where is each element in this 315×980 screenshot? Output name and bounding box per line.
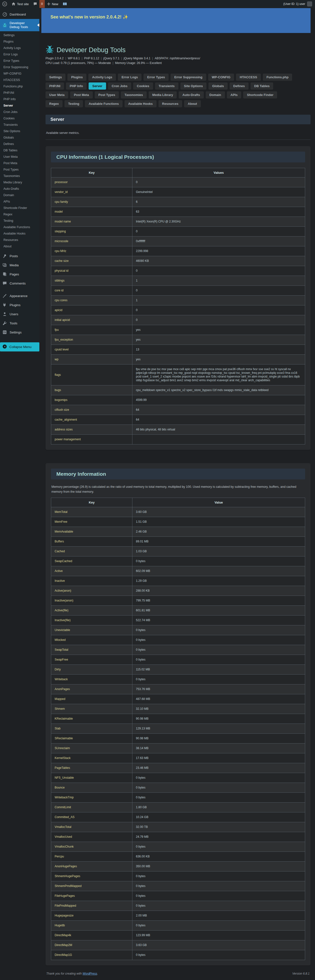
memory-value: 0 bytes	[132, 557, 305, 566]
sidebar-subitem-about[interactable]: About	[0, 243, 40, 250]
tab-domain[interactable]: Domain	[206, 91, 225, 99]
tab-regex[interactable]: Regex	[46, 100, 62, 107]
sidebar-subitem-cron-jobs[interactable]: Cron Jobs	[0, 109, 40, 115]
tab-auto-drafts[interactable]: Auto-Drafts	[179, 91, 204, 99]
tab-wp-config[interactable]: WP-CONFIG	[208, 73, 234, 81]
sidebar-subitem-apis[interactable]: APIs	[0, 198, 40, 205]
tab-php-ini[interactable]: PHP.INI	[46, 83, 64, 89]
sidebar-subitem-defines[interactable]: Defines	[0, 141, 40, 147]
sidebar-subitem-error-logs[interactable]: Error Logs	[0, 51, 40, 57]
sidebar-subitem-user-meta[interactable]: User Meta	[0, 154, 40, 160]
tab-functions-php[interactable]: Functions.php	[263, 73, 292, 81]
pages-icon	[2, 272, 7, 277]
sidebar-subitem-shortcode-finder[interactable]: Shortcode Finder	[0, 205, 40, 211]
sidebar-subitem-php-info[interactable]: PHP Info	[0, 96, 40, 102]
sidebar-subitem-error-types[interactable]: Error Types	[0, 57, 40, 64]
memory-row-dirty: Dirty115.02 MB	[51, 665, 305, 675]
sidebar-subitem-globals[interactable]: Globals	[0, 134, 40, 141]
sidebar-item-label: Pages	[10, 272, 19, 276]
tab-db-tables[interactable]: DB Tables	[251, 83, 274, 89]
sidebar-item-posts[interactable]: Posts	[0, 251, 40, 261]
sidebar-subitem-activity-logs[interactable]: Activity Logs	[0, 45, 40, 51]
tab-activity-logs[interactable]: Activity Logs	[88, 73, 116, 81]
cpu-key: fpu_exception	[51, 335, 132, 345]
site-name-menu[interactable]: Test site	[10, 0, 31, 8]
tab-available-functions[interactable]: Available Functions	[85, 100, 122, 107]
tab-error-logs[interactable]: Error Logs	[118, 73, 142, 81]
tab-site-options[interactable]: Site Options	[180, 83, 207, 89]
sidebar-subitem-functions-php[interactable]: Functions.php	[0, 83, 40, 89]
sidebar-subitem-cookies[interactable]: Cookies	[0, 115, 40, 122]
tab-error-suppressing[interactable]: Error Suppressing	[170, 73, 206, 81]
sidebar-item-settings-main[interactable]: Settings	[0, 328, 40, 337]
whats-new-banner[interactable]: See what's new in version 2.0.4.2! ✨	[41, 8, 310, 33]
sidebar-subitem-available-functions[interactable]: Available Functions	[0, 224, 40, 231]
sidebar-subitem-post-meta[interactable]: Post Meta	[0, 160, 40, 166]
tab-available-hooks[interactable]: Available Hooks	[124, 100, 156, 107]
new-content-menu[interactable]: New	[45, 0, 60, 8]
tab-about[interactable]: About	[184, 100, 201, 107]
tab-taxonomies[interactable]: Taxonomies	[121, 91, 147, 99]
user-account-label[interactable]: (User ID: 1) user	[283, 2, 305, 6]
sidebar-item-plugins-main[interactable]: Plugins	[0, 301, 40, 310]
tab-defines[interactable]: Defines	[230, 83, 248, 89]
sidebar-item-media[interactable]: Media	[0, 261, 40, 270]
comments-menu[interactable]	[31, 0, 40, 8]
memory-key: Writeback	[51, 675, 132, 684]
tab-apis[interactable]: APIs	[227, 91, 242, 99]
sidebar-subitem-domain[interactable]: Domain	[0, 192, 40, 198]
sidebar-subitem-server[interactable]: Server	[0, 102, 40, 109]
tab-resources[interactable]: Resources	[159, 100, 182, 107]
tab-post-types[interactable]: Post Types	[95, 91, 119, 99]
sidebar-item-developer-debug-tools[interactable]: W Developer Debug Tools	[0, 19, 40, 31]
sidebar-item-pages[interactable]: Pages	[0, 270, 40, 279]
sidebar-item-users[interactable]: Users	[0, 310, 40, 319]
tab-post-meta[interactable]: Post Meta	[70, 91, 92, 99]
sidebar-subitem-db-tables[interactable]: DB Tables	[0, 147, 40, 154]
sidebar-subitem-media-library[interactable]: Media Library	[0, 179, 40, 186]
sidebar-subitem-settings[interactable]: Settings	[0, 32, 40, 38]
sidebar-item-dashboard[interactable]: Dashboard	[0, 10, 40, 19]
home-icon	[11, 2, 16, 6]
avatar[interactable]	[307, 2, 312, 6]
sidebar-item-tools[interactable]: Tools	[0, 319, 40, 328]
sidebar-subitem-htaccess[interactable]: HTACCESS	[0, 77, 40, 83]
tab-user-meta[interactable]: User Meta	[46, 91, 68, 99]
sidebar-subitem-post-types[interactable]: Post Types	[0, 166, 40, 173]
meta-separator: |	[64, 57, 68, 60]
collapse-menu-button[interactable]: Collapse Menu	[0, 342, 40, 352]
tab-plugins[interactable]: Plugins	[67, 73, 86, 81]
sidebar-subitem-taxonomies[interactable]: Taxonomies	[0, 173, 40, 179]
wordpress-logo-menu[interactable]: W	[0, 0, 10, 8]
sidebar-item-appearance[interactable]: Appearance	[0, 291, 40, 301]
tab-globals[interactable]: Globals	[208, 83, 228, 89]
tab-error-types[interactable]: Error Types	[143, 73, 169, 81]
sidebar-subitem-resources[interactable]: Resources	[0, 237, 40, 243]
tab-server[interactable]: Server	[89, 83, 106, 89]
tab-cron-jobs[interactable]: Cron Jobs	[108, 83, 131, 89]
tab-cookies[interactable]: Cookies	[133, 83, 153, 89]
tab-php-info[interactable]: PHP Info	[66, 83, 87, 89]
error-count-badge[interactable]: 0	[40, 0, 45, 8]
tab-testing[interactable]: Testing	[64, 100, 83, 107]
sidebar-subitem-testing[interactable]: Testing	[0, 218, 40, 224]
tab-transients[interactable]: Transients	[155, 83, 178, 89]
sidebar-item-comments[interactable]: Comments	[0, 279, 40, 288]
sidebar-subitem-site-options[interactable]: Site Options	[0, 128, 40, 134]
sidebar-subitem-plugins[interactable]: Plugins	[0, 38, 40, 45]
sidebar-subitem-auto-drafts[interactable]: Auto-Drafts	[0, 186, 40, 192]
sidebar-subitem-transients[interactable]: Transients	[0, 122, 40, 128]
sidebar-subitem-error-suppressing[interactable]: Error Suppressing	[0, 64, 40, 70]
tab-media-library[interactable]: Media Library	[149, 91, 177, 99]
sidebar-subitem-wp-config[interactable]: WP-CONFIG	[0, 70, 40, 77]
wordpress-link[interactable]: WordPress	[83, 972, 97, 975]
tab-htaccess[interactable]: HTACCESS	[236, 73, 261, 81]
sidebar-subitem-regex[interactable]: Regex	[0, 211, 40, 218]
sidebar-subitem-available-hooks[interactable]: Available Hooks	[0, 231, 40, 237]
cpu-row-wp: wpyes	[51, 355, 305, 364]
tab-shortcode-finder[interactable]: Shortcode Finder	[243, 91, 277, 99]
memory-value: 123.99 MB	[132, 931, 305, 940]
docs-menu[interactable]	[60, 0, 69, 8]
sidebar-subitem-php-ini[interactable]: PHP.INI	[0, 89, 40, 96]
tab-settings[interactable]: Settings	[46, 73, 65, 81]
